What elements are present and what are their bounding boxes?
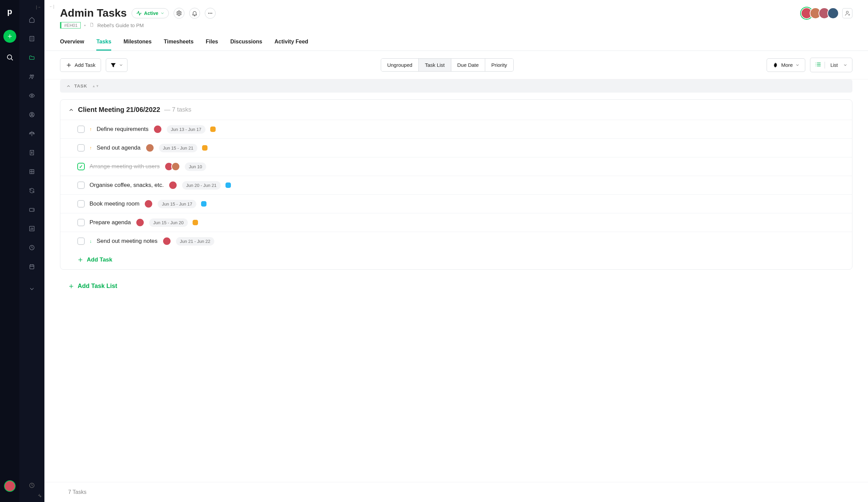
task-checkbox[interactable] — [77, 163, 85, 170]
invoice-icon[interactable] — [25, 146, 39, 160]
task-dates: Jun 13 - Jun 17 — [167, 125, 206, 134]
task-checkbox[interactable] — [77, 125, 85, 133]
task-checkbox[interactable] — [77, 200, 85, 207]
task-checkbox[interactable] — [77, 144, 85, 152]
building-icon[interactable] — [25, 32, 39, 45]
grouping-due-date[interactable]: Due Date — [451, 59, 485, 71]
svg-point-16 — [210, 13, 210, 13]
user-circle-icon[interactable] — [25, 108, 39, 121]
tab-discussions[interactable]: Discussions — [230, 35, 262, 51]
task-row[interactable]: Prepare agendaJun 15 - Jun 20 — [60, 213, 852, 232]
grouping-ungrouped[interactable]: Ungrouped — [381, 59, 419, 71]
task-checkbox[interactable] — [77, 237, 85, 245]
task-name: Organise coffee, snacks, etc. — [90, 182, 164, 188]
tab-activity-feed[interactable]: Activity Feed — [275, 35, 309, 51]
tab-tasks[interactable]: Tasks — [96, 35, 111, 51]
breadcrumb-text[interactable]: Rebel's Guide to PM — [97, 22, 144, 28]
assignee-avatar[interactable] — [136, 218, 144, 227]
task-assignees — [136, 218, 144, 227]
assignee-avatar[interactable] — [163, 237, 171, 246]
status-label: Active — [144, 11, 158, 16]
assignee-avatar[interactable] — [171, 162, 180, 171]
task-assignees — [145, 143, 154, 152]
grouping-priority[interactable]: Priority — [485, 59, 513, 71]
task-assignees — [164, 162, 180, 171]
grid-icon[interactable] — [25, 165, 39, 178]
task-name: Book meeting room — [90, 201, 140, 207]
assignee-avatar[interactable] — [153, 125, 162, 134]
svg-point-0 — [7, 55, 11, 59]
collapse-arrow-icon[interactable]: ←| — [49, 4, 54, 9]
task-row[interactable]: ↑Send out agendaJun 15 - Jun 21 — [60, 139, 852, 157]
clock-icon[interactable] — [25, 241, 39, 254]
left-rail: p — [0, 0, 19, 502]
project-tag[interactable]: #EH01 — [60, 22, 81, 29]
task-row[interactable]: Arrange meeting with usersJun 10 — [60, 157, 852, 176]
wallet-icon[interactable] — [25, 203, 39, 216]
search-icon[interactable] — [6, 54, 13, 62]
add-task-inline[interactable]: Add Task — [60, 250, 852, 269]
task-dates: Jun 15 - Jun 21 — [159, 144, 198, 152]
view-switcher[interactable]: List — [810, 58, 852, 72]
task-row[interactable]: Organise coffee, snacks, etc.Jun 20 - Ju… — [60, 176, 852, 194]
add-task-list-button[interactable]: Add Task List — [60, 278, 852, 295]
main-content: ←| Admin Tasks Active #EH01 • Rebel's Gu… — [44, 0, 868, 502]
grouping-segment: UngroupedTask ListDue DatePriority — [381, 58, 514, 72]
filter-button[interactable] — [106, 58, 127, 72]
chart-icon[interactable] — [25, 222, 39, 235]
clock-footer-icon[interactable] — [29, 482, 35, 490]
folder-icon[interactable] — [25, 51, 39, 64]
refresh-icon[interactable] — [25, 184, 39, 197]
scales-icon[interactable] — [25, 127, 39, 141]
page-title: Admin Tasks — [60, 7, 127, 19]
assignee-avatar[interactable] — [144, 199, 153, 208]
chevron-down-icon[interactable] — [25, 282, 39, 296]
task-row[interactable]: ↓Send out meeting notesJun 21 - Jun 22 — [60, 232, 852, 250]
more-menu-button[interactable]: More — [767, 58, 805, 72]
status-chip[interactable]: Active — [132, 8, 169, 18]
wrench-icon[interactable] — [37, 493, 42, 499]
task-row[interactable]: ↑Define requirementsJun 13 - Jun 17 — [60, 120, 852, 139]
more-button[interactable] — [205, 8, 216, 19]
sort-icon[interactable]: ▲▼ — [92, 84, 99, 88]
member-avatar[interactable] — [827, 8, 839, 19]
task-tag-dot — [226, 183, 231, 188]
expand-icon[interactable]: |→ — [36, 5, 41, 10]
people-icon[interactable] — [25, 70, 39, 83]
tab-files[interactable]: Files — [206, 35, 218, 51]
task-list-header[interactable]: Client Meeting 21/06/2022 — 7 tasks — [60, 100, 852, 120]
priority-high-icon: ↑ — [90, 145, 92, 151]
priority-high-icon: ↑ — [90, 126, 92, 132]
grouping-task-list[interactable]: Task List — [419, 59, 451, 71]
breadcrumb: #EH01 • Rebel's Guide to PM — [60, 22, 852, 29]
footer-count: 7 Tasks — [44, 482, 868, 502]
tab-milestones[interactable]: Milestones — [123, 35, 152, 51]
notifications-button[interactable] — [189, 8, 200, 19]
column-header[interactable]: TASK ▲▼ — [60, 79, 852, 93]
global-add-button[interactable] — [3, 30, 16, 43]
task-name: Prepare agenda — [90, 219, 131, 226]
calendar-icon[interactable] — [25, 260, 39, 273]
task-assignees — [153, 125, 162, 134]
task-checkbox[interactable] — [77, 219, 85, 226]
tab-overview[interactable]: Overview — [60, 35, 84, 51]
task-dates: Jun 10 — [185, 163, 206, 171]
task-tag-dot — [201, 201, 206, 207]
eye-icon[interactable] — [25, 89, 39, 102]
add-member-button[interactable] — [842, 8, 852, 18]
priority-low-icon: ↓ — [90, 238, 92, 244]
task-checkbox[interactable] — [77, 182, 85, 189]
home-icon[interactable] — [25, 13, 39, 27]
settings-button[interactable] — [174, 8, 185, 19]
current-user-avatar[interactable] — [4, 480, 16, 492]
app-logo: p — [7, 7, 12, 16]
svg-point-18 — [846, 11, 848, 13]
svg-point-15 — [208, 13, 209, 13]
tab-timesheets[interactable]: Timesheets — [164, 35, 194, 51]
task-dates: Jun 15 - Jun 20 — [149, 218, 188, 227]
task-dates: Jun 21 - Jun 22 — [176, 237, 215, 246]
assignee-avatar[interactable] — [145, 143, 154, 152]
task-row[interactable]: Book meeting roomJun 15 - Jun 17 — [60, 194, 852, 213]
add-task-button[interactable]: Add Task — [60, 58, 101, 72]
assignee-avatar[interactable] — [168, 181, 177, 189]
